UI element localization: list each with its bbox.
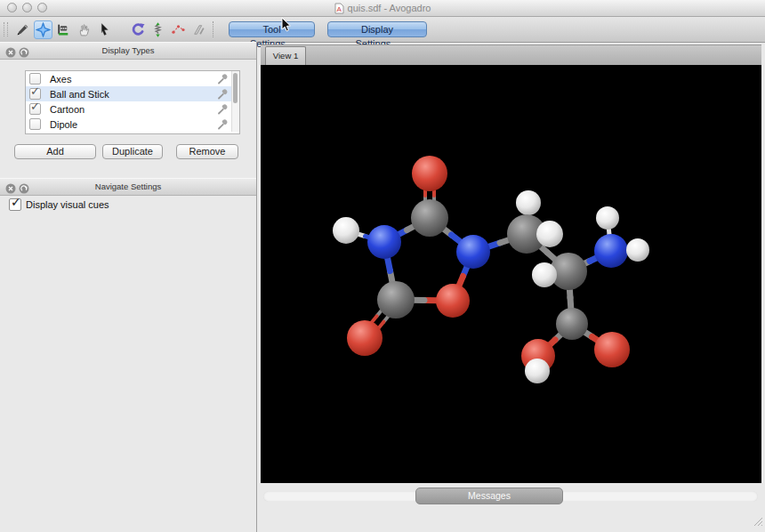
display-settings-button[interactable]: Display Settings... (327, 21, 427, 37)
atom-C[interactable] (377, 281, 415, 318)
atom-N[interactable] (456, 235, 490, 269)
bond-centric-manipulate-tool[interactable] (54, 20, 73, 39)
atom-N[interactable] (367, 225, 401, 259)
navigate-tool[interactable] (34, 20, 52, 39)
display-type-row[interactable]: Axes (26, 71, 239, 86)
display-type-checkbox[interactable] (29, 73, 41, 85)
atom-H[interactable] (525, 359, 550, 383)
auto-optimize-tool[interactable] (149, 20, 167, 39)
window-title-area: A quis.sdf - Avogadro (0, 0, 765, 16)
display-visual-cues-label: Display visual cues (26, 199, 109, 210)
svg-text:A: A (336, 5, 342, 13)
wrench-settings-icon[interactable] (217, 118, 229, 130)
align-tool[interactable] (189, 20, 208, 39)
atom-O[interactable] (594, 332, 630, 367)
wrench-settings-icon[interactable] (217, 73, 229, 85)
atom-O[interactable] (347, 320, 382, 356)
document-icon: A (334, 3, 344, 14)
atom-C[interactable] (411, 199, 448, 237)
molecule-viewport[interactable] (261, 65, 761, 483)
display-types-list[interactable]: AxesBall and StickCartoonDipole (25, 70, 240, 134)
tool-settings-button[interactable]: Tool Settings... (229, 21, 315, 37)
display-type-label: Cartoon (50, 104, 85, 115)
sidebar: Display Types AxesBall and StickCartoonD… (0, 42, 257, 532)
wrench-settings-icon[interactable] (217, 88, 229, 100)
display-type-checkbox[interactable] (29, 103, 41, 115)
display-type-checkbox[interactable] (29, 88, 41, 100)
list-scrollbar[interactable] (231, 71, 239, 132)
measure-tool[interactable] (169, 20, 188, 39)
display-type-row[interactable]: Dipole (26, 117, 239, 132)
toolbar-drag-handle[interactable] (4, 22, 8, 36)
ball-and-stick-molecule (261, 65, 761, 483)
display-type-checkbox[interactable] (29, 118, 41, 130)
wrench-settings-icon[interactable] (217, 103, 229, 115)
mouse-cursor (281, 18, 292, 36)
scrollbar-thumb[interactable] (233, 73, 238, 103)
duplicate-button[interactable]: Duplicate (102, 144, 163, 159)
selection-tool[interactable] (95, 20, 114, 39)
resize-grip-icon[interactable] (753, 514, 763, 530)
atom-H[interactable] (596, 206, 619, 230)
atom-O[interactable] (412, 156, 447, 191)
display-type-label: Dipole (50, 119, 77, 130)
atom-H[interactable] (536, 221, 563, 247)
auto-rotate-tool[interactable] (128, 20, 147, 39)
atom-N[interactable] (594, 234, 628, 268)
display-visual-cues-checkbox[interactable] (9, 198, 21, 211)
display-types-header: Display Types (0, 42, 256, 60)
atom-H[interactable] (626, 238, 649, 262)
tab-view-1[interactable]: View 1 (265, 46, 306, 65)
draw-tool[interactable] (13, 20, 32, 39)
atom-H[interactable] (532, 262, 557, 287)
display-visual-cues-row[interactable]: Display visual cues (9, 198, 109, 211)
remove-button[interactable]: Remove (176, 144, 238, 159)
toolbar: Tool Settings... Display Settings... (0, 17, 765, 43)
view-tabbar: View 1 (261, 44, 761, 65)
atom-C[interactable] (556, 308, 588, 340)
display-type-row[interactable]: Cartoon (26, 101, 239, 117)
manipulate-tool[interactable] (75, 20, 93, 39)
window-title: quis.sdf - Avogadro (348, 3, 431, 13)
main-area: View 1 Messages (258, 42, 765, 532)
messages-button[interactable]: Messages (415, 488, 563, 504)
titlebar: A quis.sdf - Avogadro (0, 0, 765, 17)
display-type-row[interactable]: Ball and Stick (26, 86, 239, 101)
panel-title: Display Types (0, 43, 256, 59)
atom-H[interactable] (516, 190, 541, 215)
atom-H[interactable] (333, 217, 359, 244)
add-button[interactable]: Add (14, 144, 96, 159)
display-type-label: Ball and Stick (50, 89, 109, 100)
panel-title: Navigate Settings (0, 179, 256, 195)
atom-O[interactable] (436, 284, 470, 318)
toolbar-separator (213, 21, 215, 37)
display-type-label: Axes (50, 74, 71, 85)
navigate-settings-header: Navigate Settings (0, 178, 256, 196)
